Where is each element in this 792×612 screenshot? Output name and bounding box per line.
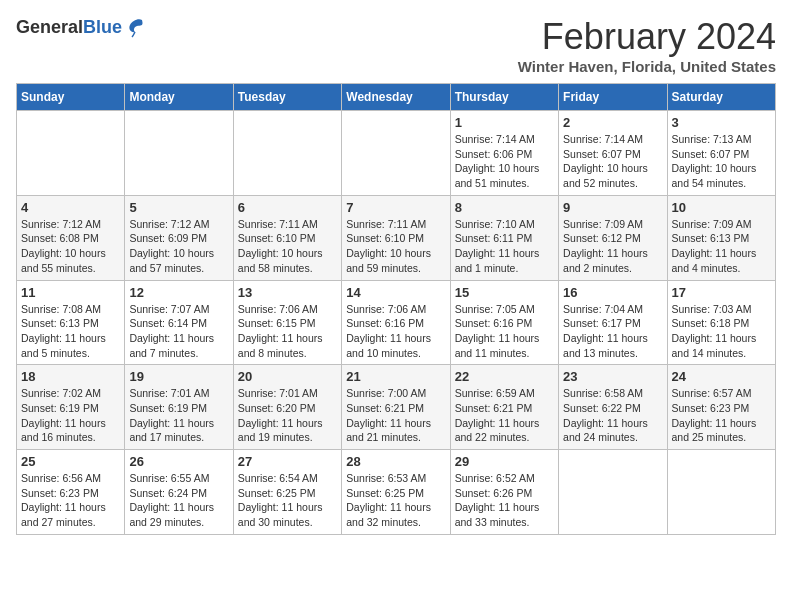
- day-number: 22: [455, 369, 554, 384]
- day-info: Sunrise: 6:57 AM Sunset: 6:23 PM Dayligh…: [672, 386, 771, 445]
- day-info: Sunrise: 7:09 AM Sunset: 6:12 PM Dayligh…: [563, 217, 662, 276]
- day-number: 16: [563, 285, 662, 300]
- day-info: Sunrise: 7:14 AM Sunset: 6:07 PM Dayligh…: [563, 132, 662, 191]
- weekday-header: Friday: [559, 84, 667, 111]
- day-number: 4: [21, 200, 120, 215]
- day-number: 18: [21, 369, 120, 384]
- day-number: 15: [455, 285, 554, 300]
- calendar-cell: 7Sunrise: 7:11 AM Sunset: 6:10 PM Daylig…: [342, 195, 450, 280]
- day-number: 28: [346, 454, 445, 469]
- calendar-cell: 22Sunrise: 6:59 AM Sunset: 6:21 PM Dayli…: [450, 365, 558, 450]
- day-number: 10: [672, 200, 771, 215]
- calendar-cell: [342, 111, 450, 196]
- day-info: Sunrise: 7:14 AM Sunset: 6:06 PM Dayligh…: [455, 132, 554, 191]
- calendar-cell: 21Sunrise: 7:00 AM Sunset: 6:21 PM Dayli…: [342, 365, 450, 450]
- day-number: 6: [238, 200, 337, 215]
- day-number: 20: [238, 369, 337, 384]
- weekday-header: Thursday: [450, 84, 558, 111]
- day-info: Sunrise: 7:13 AM Sunset: 6:07 PM Dayligh…: [672, 132, 771, 191]
- day-info: Sunrise: 7:06 AM Sunset: 6:15 PM Dayligh…: [238, 302, 337, 361]
- weekday-header: Saturday: [667, 84, 775, 111]
- weekday-header: Sunday: [17, 84, 125, 111]
- day-info: Sunrise: 6:56 AM Sunset: 6:23 PM Dayligh…: [21, 471, 120, 530]
- calendar-cell: 15Sunrise: 7:05 AM Sunset: 6:16 PM Dayli…: [450, 280, 558, 365]
- calendar-cell: [667, 450, 775, 535]
- day-number: 5: [129, 200, 228, 215]
- weekday-header: Tuesday: [233, 84, 341, 111]
- day-number: 9: [563, 200, 662, 215]
- day-number: 7: [346, 200, 445, 215]
- weekday-header: Monday: [125, 84, 233, 111]
- calendar-cell: 9Sunrise: 7:09 AM Sunset: 6:12 PM Daylig…: [559, 195, 667, 280]
- month-title: February 2024: [518, 16, 776, 58]
- day-number: 23: [563, 369, 662, 384]
- day-info: Sunrise: 7:12 AM Sunset: 6:09 PM Dayligh…: [129, 217, 228, 276]
- logo-bird-icon: [124, 16, 146, 38]
- day-number: 2: [563, 115, 662, 130]
- calendar-cell: 2Sunrise: 7:14 AM Sunset: 6:07 PM Daylig…: [559, 111, 667, 196]
- day-number: 24: [672, 369, 771, 384]
- day-info: Sunrise: 7:00 AM Sunset: 6:21 PM Dayligh…: [346, 386, 445, 445]
- day-info: Sunrise: 7:02 AM Sunset: 6:19 PM Dayligh…: [21, 386, 120, 445]
- day-info: Sunrise: 7:12 AM Sunset: 6:08 PM Dayligh…: [21, 217, 120, 276]
- day-number: 13: [238, 285, 337, 300]
- calendar-cell: 11Sunrise: 7:08 AM Sunset: 6:13 PM Dayli…: [17, 280, 125, 365]
- logo-text: GeneralBlue: [16, 17, 122, 38]
- day-number: 25: [21, 454, 120, 469]
- day-info: Sunrise: 7:04 AM Sunset: 6:17 PM Dayligh…: [563, 302, 662, 361]
- day-info: Sunrise: 7:10 AM Sunset: 6:11 PM Dayligh…: [455, 217, 554, 276]
- day-info: Sunrise: 7:08 AM Sunset: 6:13 PM Dayligh…: [21, 302, 120, 361]
- calendar-cell: 28Sunrise: 6:53 AM Sunset: 6:25 PM Dayli…: [342, 450, 450, 535]
- calendar-cell: 27Sunrise: 6:54 AM Sunset: 6:25 PM Dayli…: [233, 450, 341, 535]
- day-number: 21: [346, 369, 445, 384]
- day-info: Sunrise: 6:55 AM Sunset: 6:24 PM Dayligh…: [129, 471, 228, 530]
- calendar-cell: 29Sunrise: 6:52 AM Sunset: 6:26 PM Dayli…: [450, 450, 558, 535]
- day-info: Sunrise: 6:54 AM Sunset: 6:25 PM Dayligh…: [238, 471, 337, 530]
- day-number: 3: [672, 115, 771, 130]
- calendar-cell: 4Sunrise: 7:12 AM Sunset: 6:08 PM Daylig…: [17, 195, 125, 280]
- calendar-cell: 23Sunrise: 6:58 AM Sunset: 6:22 PM Dayli…: [559, 365, 667, 450]
- day-info: Sunrise: 7:07 AM Sunset: 6:14 PM Dayligh…: [129, 302, 228, 361]
- day-number: 12: [129, 285, 228, 300]
- calendar-cell: 10Sunrise: 7:09 AM Sunset: 6:13 PM Dayli…: [667, 195, 775, 280]
- day-number: 8: [455, 200, 554, 215]
- calendar-cell: 8Sunrise: 7:10 AM Sunset: 6:11 PM Daylig…: [450, 195, 558, 280]
- day-number: 17: [672, 285, 771, 300]
- calendar-cell: [17, 111, 125, 196]
- day-number: 26: [129, 454, 228, 469]
- day-number: 29: [455, 454, 554, 469]
- weekday-header: Wednesday: [342, 84, 450, 111]
- day-info: Sunrise: 7:06 AM Sunset: 6:16 PM Dayligh…: [346, 302, 445, 361]
- calendar-cell: 6Sunrise: 7:11 AM Sunset: 6:10 PM Daylig…: [233, 195, 341, 280]
- day-info: Sunrise: 7:11 AM Sunset: 6:10 PM Dayligh…: [238, 217, 337, 276]
- calendar-cell: 18Sunrise: 7:02 AM Sunset: 6:19 PM Dayli…: [17, 365, 125, 450]
- day-number: 27: [238, 454, 337, 469]
- calendar-cell: 12Sunrise: 7:07 AM Sunset: 6:14 PM Dayli…: [125, 280, 233, 365]
- day-info: Sunrise: 7:09 AM Sunset: 6:13 PM Dayligh…: [672, 217, 771, 276]
- day-info: Sunrise: 6:58 AM Sunset: 6:22 PM Dayligh…: [563, 386, 662, 445]
- calendar-cell: 3Sunrise: 7:13 AM Sunset: 6:07 PM Daylig…: [667, 111, 775, 196]
- day-info: Sunrise: 6:53 AM Sunset: 6:25 PM Dayligh…: [346, 471, 445, 530]
- day-number: 19: [129, 369, 228, 384]
- day-info: Sunrise: 7:01 AM Sunset: 6:20 PM Dayligh…: [238, 386, 337, 445]
- calendar-cell: 26Sunrise: 6:55 AM Sunset: 6:24 PM Dayli…: [125, 450, 233, 535]
- day-info: Sunrise: 7:11 AM Sunset: 6:10 PM Dayligh…: [346, 217, 445, 276]
- calendar-table: SundayMondayTuesdayWednesdayThursdayFrid…: [16, 83, 776, 535]
- calendar-cell: 17Sunrise: 7:03 AM Sunset: 6:18 PM Dayli…: [667, 280, 775, 365]
- day-info: Sunrise: 6:59 AM Sunset: 6:21 PM Dayligh…: [455, 386, 554, 445]
- day-info: Sunrise: 7:03 AM Sunset: 6:18 PM Dayligh…: [672, 302, 771, 361]
- day-info: Sunrise: 6:52 AM Sunset: 6:26 PM Dayligh…: [455, 471, 554, 530]
- location: Winter Haven, Florida, United States: [518, 58, 776, 75]
- calendar-cell: 5Sunrise: 7:12 AM Sunset: 6:09 PM Daylig…: [125, 195, 233, 280]
- calendar-cell: 19Sunrise: 7:01 AM Sunset: 6:19 PM Dayli…: [125, 365, 233, 450]
- calendar-cell: [233, 111, 341, 196]
- day-number: 14: [346, 285, 445, 300]
- day-info: Sunrise: 7:05 AM Sunset: 6:16 PM Dayligh…: [455, 302, 554, 361]
- calendar-cell: 1Sunrise: 7:14 AM Sunset: 6:06 PM Daylig…: [450, 111, 558, 196]
- calendar-cell: 13Sunrise: 7:06 AM Sunset: 6:15 PM Dayli…: [233, 280, 341, 365]
- page-header: GeneralBlue February 2024 Winter Haven, …: [16, 16, 776, 75]
- calendar-cell: 25Sunrise: 6:56 AM Sunset: 6:23 PM Dayli…: [17, 450, 125, 535]
- calendar-cell: [559, 450, 667, 535]
- calendar-cell: 14Sunrise: 7:06 AM Sunset: 6:16 PM Dayli…: [342, 280, 450, 365]
- day-number: 1: [455, 115, 554, 130]
